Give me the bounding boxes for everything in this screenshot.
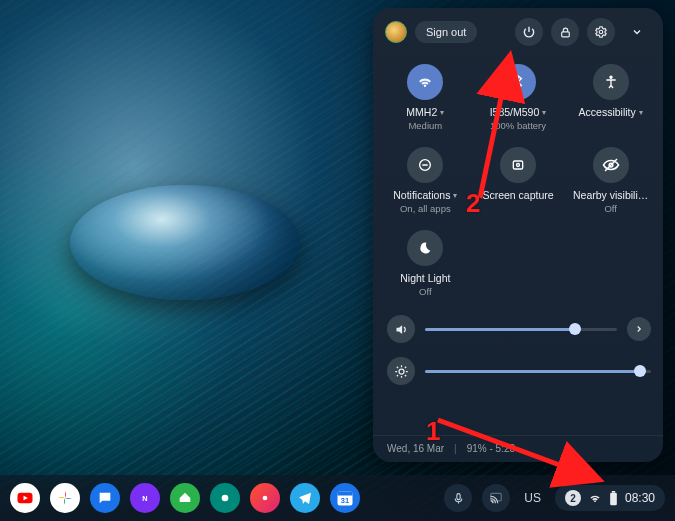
app-generic-gradient[interactable]	[250, 483, 280, 513]
screen-capture-icon	[500, 147, 536, 183]
volume-slider[interactable]	[425, 328, 617, 331]
tile-sub: 100% battery	[490, 120, 546, 131]
svg-point-2	[610, 76, 612, 78]
status-tray[interactable]: 2 08:30	[555, 485, 665, 511]
settings-button[interactable]	[587, 18, 615, 46]
volume-icon	[394, 322, 409, 337]
svg-rect-16	[457, 493, 460, 499]
quick-settings-header: Sign out	[373, 8, 663, 52]
volume-button[interactable]	[387, 315, 415, 343]
quick-settings-tiles: MMH2▾ Medium I585/M590▾ 100% battery Acc…	[373, 52, 663, 303]
tile-label: Night Light	[400, 272, 450, 285]
svg-rect-14	[338, 491, 353, 495]
svg-text:31: 31	[341, 496, 349, 505]
tile-sub: Medium	[408, 120, 442, 131]
tile-night-light[interactable]: Night Light Off	[379, 224, 472, 303]
visibility-off-icon	[593, 147, 629, 183]
svg-rect-17	[491, 493, 502, 501]
status-area: US 2 08:30	[444, 484, 665, 512]
chevron-down-icon: ▾	[440, 108, 444, 118]
svg-point-11	[222, 495, 229, 502]
app-messages[interactable]	[90, 483, 120, 513]
app-calendar[interactable]: 31	[330, 483, 360, 513]
spark-icon	[258, 491, 272, 505]
avatar[interactable]	[385, 21, 407, 43]
svg-rect-18	[610, 492, 617, 505]
dnd-icon	[407, 147, 443, 183]
gear-icon	[594, 25, 608, 39]
tile-sub: Off	[419, 286, 432, 297]
app-photos[interactable]	[50, 483, 80, 513]
svg-point-7	[399, 369, 404, 374]
svg-point-5	[517, 164, 520, 167]
chevron-down-icon	[631, 26, 643, 38]
lock-button[interactable]	[551, 18, 579, 46]
battery-icon	[609, 491, 618, 506]
circle-icon	[217, 490, 233, 506]
annotation-number-2: 2	[466, 188, 480, 219]
brightness-icon	[394, 364, 409, 379]
quick-settings-footer: Wed, 16 Mar | 91% - 5:23 …	[373, 435, 663, 462]
photos-icon	[56, 489, 74, 507]
telegram-icon	[297, 490, 313, 506]
volume-row	[387, 315, 651, 343]
app-generic-green[interactable]	[210, 483, 240, 513]
sign-out-button[interactable]: Sign out	[415, 21, 477, 43]
wifi-icon	[407, 64, 443, 100]
tile-label: Nearby visibili…	[573, 189, 648, 202]
tile-accessibility[interactable]: Accessibility▾	[564, 58, 657, 137]
svg-point-1	[599, 30, 603, 34]
clock: 08:30	[625, 491, 655, 505]
chevron-down-icon: ▾	[453, 191, 457, 201]
chevron-right-icon	[634, 324, 644, 334]
notification-count-badge: 2	[565, 490, 581, 506]
footer-battery[interactable]: 91% - 5:23 …	[467, 443, 528, 454]
tile-label: I585/M590	[490, 106, 540, 119]
input-language[interactable]: US	[520, 491, 545, 505]
bluetooth-icon	[500, 64, 536, 100]
chevron-down-icon: ▾	[542, 108, 546, 118]
tile-label: Notifications	[393, 189, 450, 202]
feedly-icon	[177, 490, 193, 506]
footer-separator: |	[454, 443, 457, 454]
app-youtube[interactable]	[10, 483, 40, 513]
tile-notifications[interactable]: Notifications▾ On, all apps	[379, 141, 472, 220]
svg-point-12	[263, 496, 268, 501]
tile-sub: On, all apps	[400, 203, 451, 214]
tile-label: Screen capture	[482, 189, 553, 202]
svg-rect-4	[513, 161, 522, 169]
wallpaper-droplet	[70, 185, 300, 300]
voice-input-button[interactable]	[444, 484, 472, 512]
accessibility-icon	[593, 64, 629, 100]
audio-settings-button[interactable]	[627, 317, 651, 341]
cast-button[interactable]	[482, 484, 510, 512]
app-feedly[interactable]	[170, 483, 200, 513]
tile-sub: Off	[604, 203, 617, 214]
brightness-button[interactable]	[387, 357, 415, 385]
app-telegram[interactable]	[290, 483, 320, 513]
calendar-icon: 31	[335, 488, 355, 508]
brightness-slider[interactable]	[425, 370, 651, 373]
onenote-icon: N	[137, 490, 153, 506]
annotation-number-1: 1	[426, 416, 440, 447]
messages-icon	[97, 490, 113, 506]
brightness-row	[387, 357, 651, 385]
shelf: N 31 US 2 08:30	[0, 475, 675, 521]
tile-screen-capture[interactable]: Screen capture	[472, 141, 565, 220]
wifi-icon	[588, 491, 602, 505]
power-icon	[522, 25, 536, 39]
cast-icon	[489, 491, 503, 505]
quick-settings-panel: Sign out MMH2▾	[373, 8, 663, 462]
sliders-area	[373, 307, 663, 389]
tile-wifi[interactable]: MMH2▾ Medium	[379, 58, 472, 137]
svg-rect-19	[612, 491, 615, 493]
lock-icon	[559, 26, 572, 39]
collapse-button[interactable]	[623, 18, 651, 46]
svg-rect-0	[561, 31, 569, 36]
tile-label: Accessibility	[579, 106, 636, 119]
tile-bluetooth[interactable]: I585/M590▾ 100% battery	[472, 58, 565, 137]
tile-nearby-visibility[interactable]: Nearby visibili… Off	[564, 141, 657, 220]
tile-label: MMH2	[406, 106, 437, 119]
power-button[interactable]	[515, 18, 543, 46]
app-onenote[interactable]: N	[130, 483, 160, 513]
